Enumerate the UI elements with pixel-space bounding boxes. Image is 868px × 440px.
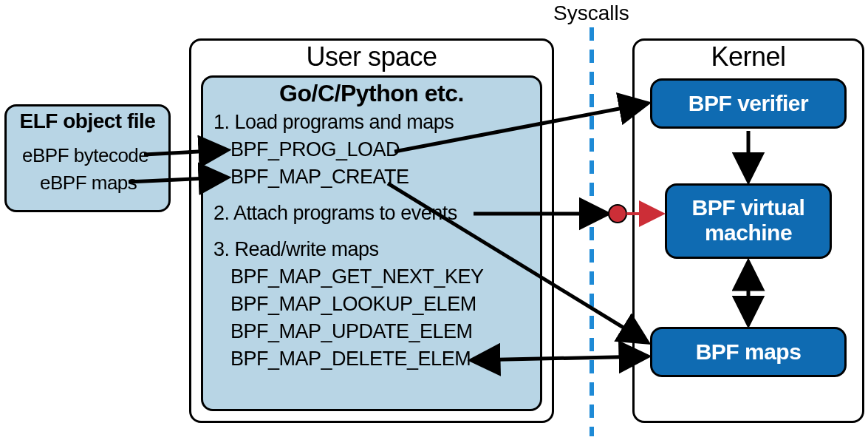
bpf-vm-label: BPF virtual machine [667, 195, 830, 246]
bpf-verifier-box: BPF verifier [650, 78, 847, 129]
step3b: BPF_MAP_LOOKUP_ELEM [230, 293, 476, 316]
bpf-vm-label-line2: machine [705, 220, 792, 245]
event-dot [609, 205, 626, 223]
elf-title: ELF object file [4, 109, 171, 133]
gcp-title: Go/C/Python etc. [201, 80, 542, 107]
bpf-maps-box: BPF maps [650, 327, 847, 377]
step3c: BPF_MAP_UPDATE_ELEM [230, 320, 473, 343]
step2: 2. Attach programs to events [213, 202, 457, 225]
step3a: BPF_MAP_GET_NEXT_KEY [230, 265, 484, 288]
step1: 1. Load programs and maps [213, 111, 454, 134]
syscalls-label: Syscalls [553, 1, 629, 25]
bpf-vm-label-line1: BPF virtual [692, 195, 805, 220]
kernel-title: Kernel [632, 41, 864, 72]
step1a: BPF_PROG_LOAD [230, 138, 400, 161]
elf-maps: eBPF maps [40, 172, 137, 194]
step3: 3. Read/write maps [213, 238, 379, 261]
bpf-maps-label: BPF maps [652, 339, 844, 365]
step1b: BPF_MAP_CREATE [230, 166, 409, 189]
step3d: BPF_MAP_DELETE_ELEM [230, 348, 471, 370]
bpf-verifier-label: BPF verifier [652, 91, 844, 116]
user-space-title: User space [189, 41, 554, 72]
elf-bytecode: eBPF bytecode [22, 144, 148, 167]
bpf-vm-box: BPF virtual machine [665, 183, 832, 259]
